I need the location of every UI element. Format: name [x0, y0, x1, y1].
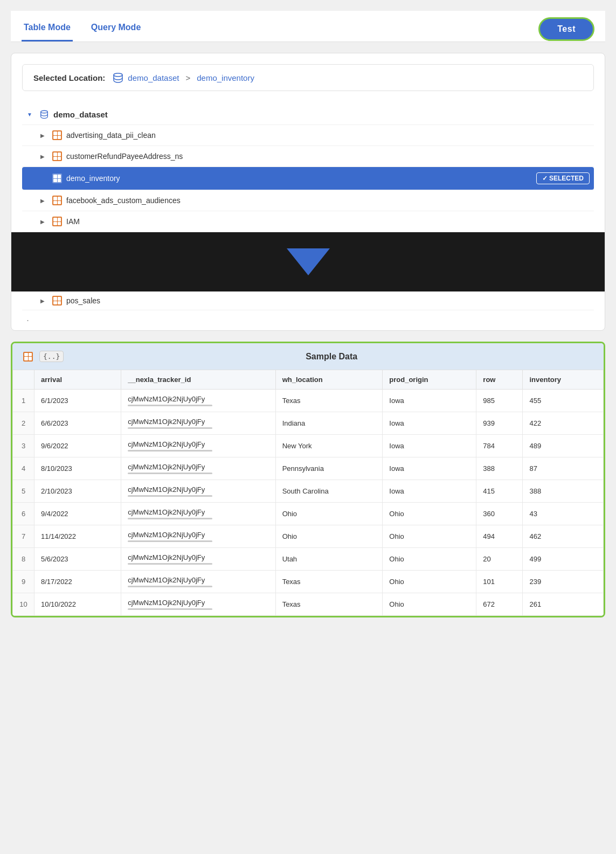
- svg-point-0: [114, 73, 122, 77]
- test-button[interactable]: Test: [538, 17, 594, 41]
- cell-row: 494: [476, 525, 523, 548]
- tree-section: Selected Location: demo_dataset > demo_i…: [11, 53, 605, 331]
- tracker-scrollbar[interactable]: [128, 518, 212, 519]
- tree-item-demo-inventory[interactable]: demo_inventory ✓ SELECTED: [22, 167, 594, 190]
- database-icon: [113, 72, 123, 83]
- chevron-down-icon: [26, 111, 33, 117]
- location-path1: demo_dataset: [128, 73, 179, 82]
- cell-wh-location: Texas: [275, 571, 383, 593]
- tab-query-mode[interactable]: Query Mode: [89, 16, 143, 41]
- cell-prod-origin: Iowa: [383, 412, 476, 435]
- cell-num: 5: [13, 480, 34, 503]
- table-icon: [52, 296, 62, 306]
- cell-row: 388: [476, 457, 523, 480]
- cell-tracker: cjMwNzM1Ojk2NjUy0jFy: [121, 548, 275, 571]
- table-icon: [52, 217, 62, 226]
- col-header-num: [13, 370, 34, 390]
- dataset-root-name: demo_dataset: [53, 110, 590, 119]
- tree-item-iam[interactable]: IAM: [22, 211, 594, 232]
- header-bar: Table Mode Query Mode Test: [11, 11, 605, 42]
- cell-arrival: 9/6/2022: [34, 435, 121, 457]
- tree-item-label: IAM: [66, 217, 590, 226]
- cell-tracker: cjMwNzM1Ojk2NjUy0jFy: [121, 480, 275, 503]
- table-row: 1 6/1/2023 cjMwNzM1Ojk2NjUy0jFy Texas Io…: [13, 390, 604, 412]
- cell-wh-location: New York: [275, 435, 383, 457]
- tree-item-pos-sales[interactable]: pos_sales: [22, 291, 594, 310]
- cell-row: 672: [476, 593, 523, 616]
- cell-inventory: 422: [523, 412, 604, 435]
- cell-tracker: cjMwNzM1Ojk2NjUy0jFy: [121, 503, 275, 525]
- chevron-right-icon: [39, 297, 46, 304]
- tracker-scrollbar[interactable]: [128, 427, 212, 429]
- tracker-scrollbar[interactable]: [128, 540, 212, 542]
- cell-arrival: 8/17/2022: [34, 571, 121, 593]
- cell-num: 8: [13, 548, 34, 571]
- cell-inventory: 43: [523, 503, 604, 525]
- col-header-tracker: __nexla_tracker_id: [121, 370, 275, 390]
- cell-arrival: 10/10/2022: [34, 593, 121, 616]
- location-path2: demo_inventory: [197, 73, 254, 82]
- cell-prod-origin: Ohio: [383, 571, 476, 593]
- cell-num: 3: [13, 435, 34, 457]
- tracker-scrollbar[interactable]: [128, 473, 212, 474]
- selected-badge: ✓ SELECTED: [536, 172, 590, 184]
- tracker-scrollbar[interactable]: [128, 450, 212, 452]
- cell-prod-origin: Iowa: [383, 390, 476, 412]
- col-header-wh-location: wh_location: [275, 370, 383, 390]
- tracker-scrollbar[interactable]: [128, 563, 212, 565]
- cell-row: 415: [476, 480, 523, 503]
- table-row: 6 9/4/2022 cjMwNzM1Ojk2NjUy0jFy Ohio Ohi…: [13, 503, 604, 525]
- tree-ellipsis: ·: [22, 310, 594, 330]
- cell-arrival: 8/10/2023: [34, 457, 121, 480]
- cell-wh-location: Indiana: [275, 412, 383, 435]
- table-row: 3 9/6/2022 cjMwNzM1Ojk2NjUy0jFy New York…: [13, 435, 604, 457]
- tracker-scrollbar[interactable]: [128, 495, 212, 497]
- col-header-prod-origin: prod_origin: [383, 370, 476, 390]
- tabs: Table Mode Query Mode: [22, 16, 143, 41]
- tree-item-facebook-ads[interactable]: facebook_ads_custom_audiences: [22, 190, 594, 211]
- sample-data-table-icon: [23, 352, 33, 362]
- path-separator: >: [185, 73, 190, 82]
- cell-arrival: 6/6/2023: [34, 412, 121, 435]
- col-header-row: row: [476, 370, 523, 390]
- cell-prod-origin: Iowa: [383, 457, 476, 480]
- cell-tracker: cjMwNzM1Ojk2NjUy0jFy: [121, 593, 275, 616]
- cell-inventory: 499: [523, 548, 604, 571]
- tracker-scrollbar[interactable]: [128, 608, 212, 610]
- cell-wh-location: Ohio: [275, 503, 383, 525]
- cell-tracker: cjMwNzM1Ojk2NjUy0jFy: [121, 457, 275, 480]
- chevron-right-icon: [39, 153, 46, 159]
- cell-row: 20: [476, 548, 523, 571]
- cell-num: 6: [13, 503, 34, 525]
- cell-prod-origin: Ohio: [383, 525, 476, 548]
- tree-item-label: pos_sales: [66, 296, 590, 305]
- tab-table-mode[interactable]: Table Mode: [22, 16, 73, 41]
- cell-wh-location: Texas: [275, 593, 383, 616]
- tree-item-customer-refund[interactable]: customerRefundPayeeAddress_ns: [22, 146, 594, 167]
- cell-arrival: 2/10/2023: [34, 480, 121, 503]
- cell-prod-origin: Ohio: [383, 593, 476, 616]
- tracker-scrollbar[interactable]: [128, 586, 212, 587]
- cell-tracker: cjMwNzM1Ojk2NjUy0jFy: [121, 412, 275, 435]
- cell-tracker: cjMwNzM1Ojk2NjUy0jFy: [121, 571, 275, 593]
- curly-badge: {..}: [39, 351, 64, 362]
- cell-num: 2: [13, 412, 34, 435]
- tree-dataset-root[interactable]: demo_dataset: [22, 104, 594, 125]
- cell-wh-location: Utah: [275, 548, 383, 571]
- cell-wh-location: Texas: [275, 390, 383, 412]
- cell-inventory: 462: [523, 525, 604, 548]
- table-row: 8 5/6/2023 cjMwNzM1Ojk2NjUy0jFy Utah Ohi…: [13, 548, 604, 571]
- tree-item-advertising[interactable]: advertising_data_pii_clean: [22, 125, 594, 146]
- cell-num: 4: [13, 457, 34, 480]
- cell-row: 939: [476, 412, 523, 435]
- tracker-scrollbar[interactable]: [128, 405, 212, 406]
- sample-data-table: arrival __nexla_tracker_id wh_location p…: [12, 370, 604, 616]
- table-header-row: arrival __nexla_tracker_id wh_location p…: [13, 370, 604, 390]
- cell-inventory: 239: [523, 571, 604, 593]
- table-row: 9 8/17/2022 cjMwNzM1Ojk2NjUy0jFy Texas O…: [13, 571, 604, 593]
- table-row: 10 10/10/2022 cjMwNzM1Ojk2NjUy0jFy Texas…: [13, 593, 604, 616]
- chevron-right-icon: [39, 132, 46, 138]
- sample-data-title: Sample Data: [70, 352, 593, 362]
- database-small-icon: [39, 109, 49, 119]
- chevron-right-icon: [39, 197, 46, 204]
